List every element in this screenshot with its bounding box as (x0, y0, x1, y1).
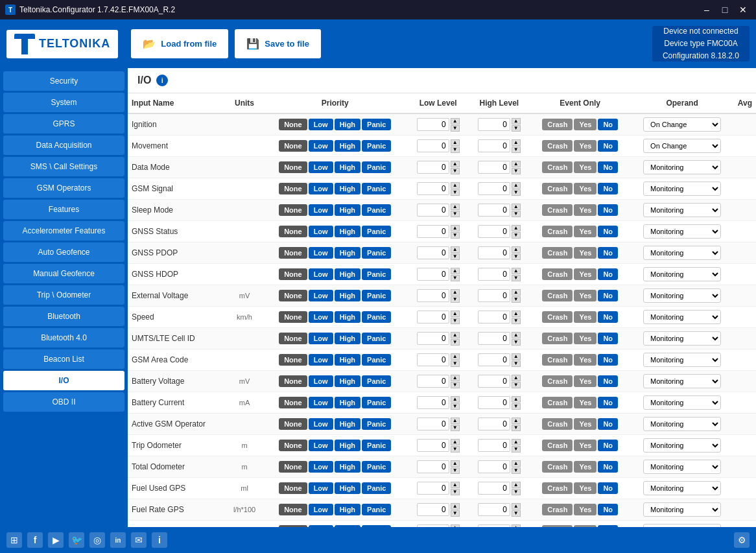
io-table-container[interactable]: Input Name Units Priority Low Level High… (128, 93, 756, 527)
high-down-btn[interactable]: ▼ (512, 189, 521, 196)
priority-high-button[interactable]: High (335, 247, 360, 259)
event-crash-button[interactable]: Crash (542, 504, 573, 515)
high-down-btn[interactable]: ▼ (512, 125, 521, 132)
high-down-btn[interactable]: ▼ (512, 168, 521, 174)
event-no-button[interactable]: No (598, 461, 618, 473)
low-level-input[interactable] (417, 482, 449, 495)
event-yes-button[interactable]: Yes (574, 268, 597, 280)
operand-select[interactable]: MonitoringOn ChangeOn ExitOn EnterOn Bot… (643, 481, 721, 495)
event-crash-button[interactable]: Crash (542, 290, 573, 301)
sidebar-item-security[interactable]: Security (3, 71, 124, 91)
low-level-input[interactable] (417, 396, 449, 409)
high-level-input[interactable] (478, 182, 510, 195)
high-up-btn[interactable]: ▲ (512, 182, 521, 189)
high-down-btn[interactable]: ▼ (512, 275, 521, 281)
high-level-input[interactable] (478, 375, 510, 388)
bottom-icon-email[interactable]: ✉ (131, 532, 147, 548)
event-yes-button[interactable]: Yes (574, 354, 597, 366)
low-level-input[interactable] (417, 524, 449, 527)
operand-select[interactable]: MonitoringOn ChangeOn ExitOn EnterOn Bot… (643, 160, 721, 174)
event-crash-button[interactable]: Crash (542, 333, 573, 344)
high-down-btn[interactable]: ▼ (512, 467, 521, 474)
bottom-icon-linkedin[interactable]: in (110, 532, 126, 548)
operand-select[interactable]: MonitoringOn ChangeOn ExitOn EnterOn Bot… (643, 310, 721, 324)
low-down-btn[interactable]: ▼ (451, 125, 460, 132)
event-no-button[interactable]: No (598, 525, 618, 527)
priority-panic-button[interactable]: Panic (362, 525, 391, 527)
priority-low-button[interactable]: Low (309, 418, 333, 430)
high-down-btn[interactable]: ▼ (512, 360, 521, 367)
minimize-button[interactable]: – (699, 3, 715, 16)
event-no-button[interactable]: No (598, 161, 618, 173)
priority-low-button[interactable]: Low (309, 525, 333, 527)
high-down-btn[interactable]: ▼ (512, 382, 521, 388)
priority-high-button[interactable]: High (335, 482, 360, 494)
priority-high-button[interactable]: High (335, 161, 360, 173)
priority-high-button[interactable]: High (335, 418, 360, 430)
low-down-btn[interactable]: ▼ (451, 467, 460, 474)
high-up-btn[interactable]: ▲ (512, 396, 521, 403)
event-no-button[interactable]: No (598, 482, 618, 494)
event-crash-button[interactable]: Crash (542, 226, 573, 237)
priority-panic-button[interactable]: Panic (362, 268, 391, 280)
high-level-input[interactable] (478, 139, 510, 152)
low-level-input[interactable] (417, 225, 449, 238)
high-down-btn[interactable]: ▼ (512, 489, 521, 495)
sidebar-item-bluetooth-4.0[interactable]: Bluetooth 4.0 (3, 328, 124, 347)
low-up-btn[interactable]: ▲ (451, 182, 460, 189)
event-yes-button[interactable]: Yes (574, 504, 597, 515)
event-crash-button[interactable]: Crash (542, 247, 573, 259)
low-level-input[interactable] (417, 289, 449, 302)
priority-high-button[interactable]: High (335, 397, 360, 408)
priority-panic-button[interactable]: Panic (362, 461, 391, 473)
high-up-btn[interactable]: ▲ (512, 204, 521, 210)
high-down-btn[interactable]: ▼ (512, 339, 521, 346)
high-level-input[interactable] (478, 482, 510, 495)
priority-panic-button[interactable]: Panic (362, 119, 391, 130)
settings-icon[interactable]: ⚙ (734, 532, 750, 548)
close-button[interactable]: ✕ (735, 3, 751, 16)
low-up-btn[interactable]: ▲ (451, 439, 460, 445)
event-no-button[interactable]: No (598, 290, 618, 301)
high-up-btn[interactable]: ▲ (512, 246, 521, 253)
low-down-btn[interactable]: ▼ (451, 189, 460, 196)
bottom-icon-twitter[interactable]: 🐦 (69, 532, 84, 548)
event-no-button[interactable]: No (598, 183, 618, 194)
low-up-btn[interactable]: ▲ (451, 332, 460, 338)
priority-panic-button[interactable]: Panic (362, 204, 391, 216)
low-down-btn[interactable]: ▼ (451, 360, 460, 367)
operand-select[interactable]: MonitoringOn ChangeOn ExitOn EnterOn Bot… (643, 246, 721, 260)
operand-select[interactable]: MonitoringOn ChangeOn ExitOn EnterOn Bot… (643, 182, 721, 196)
event-crash-button[interactable]: Crash (542, 482, 573, 494)
event-crash-button[interactable]: Crash (542, 525, 573, 527)
priority-low-button[interactable]: Low (309, 397, 333, 408)
operand-select[interactable]: MonitoringOn ChangeOn ExitOn EnterOn Bot… (643, 460, 721, 474)
priority-low-button[interactable]: Low (309, 183, 333, 194)
event-no-button[interactable]: No (598, 333, 618, 344)
event-crash-button[interactable]: Crash (542, 204, 573, 216)
low-down-btn[interactable]: ▼ (451, 318, 460, 324)
priority-panic-button[interactable]: Panic (362, 140, 391, 152)
priority-panic-button[interactable]: Panic (362, 333, 391, 344)
low-level-input[interactable] (417, 139, 449, 152)
operand-select[interactable]: MonitoringOn ChangeOn ExitOn EnterOn Bot… (643, 139, 721, 153)
event-yes-button[interactable]: Yes (574, 311, 597, 323)
low-level-input[interactable] (417, 503, 449, 516)
event-crash-button[interactable]: Crash (542, 397, 573, 408)
info-icon[interactable]: i (156, 75, 168, 86)
high-level-input[interactable] (478, 332, 510, 345)
sidebar-item-auto-geofence[interactable]: Auto Geofence (3, 242, 124, 262)
low-up-btn[interactable]: ▲ (451, 375, 460, 381)
priority-none-button[interactable]: None (279, 504, 307, 515)
priority-low-button[interactable]: Low (309, 375, 333, 387)
priority-low-button[interactable]: Low (309, 354, 333, 366)
high-down-btn[interactable]: ▼ (512, 253, 521, 260)
bottom-icon-instagram[interactable]: ◎ (89, 532, 105, 548)
sidebar-item-gprs[interactable]: GPRS (3, 114, 124, 134)
high-up-btn[interactable]: ▲ (512, 332, 521, 338)
operand-select[interactable]: MonitoringOn ChangeOn ExitOn EnterOn Bot… (643, 267, 721, 281)
event-no-button[interactable]: No (598, 226, 618, 237)
high-up-btn[interactable]: ▲ (512, 460, 521, 467)
low-down-btn[interactable]: ▼ (451, 339, 460, 346)
high-level-input[interactable] (478, 503, 510, 516)
